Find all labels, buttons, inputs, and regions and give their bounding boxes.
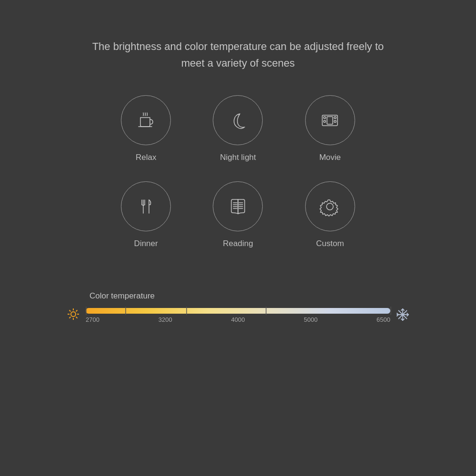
temperature-label: Color temperature (89, 291, 409, 301)
dinner-circle (121, 181, 171, 231)
relax-label: Relax (136, 153, 156, 162)
tick-2700: 2700 (86, 316, 99, 323)
svg-line-26 (76, 317, 78, 318)
movie-label: Movie (319, 153, 341, 162)
temperature-bar-container: 2700 3200 4000 5000 6500 (86, 308, 390, 323)
movie-circle (305, 95, 355, 145)
utensils-icon (134, 194, 159, 219)
svg-rect-2 (324, 117, 326, 119)
gear-icon (317, 194, 342, 219)
title-text: The brightness and color temperature can… (92, 38, 384, 71)
temperature-gradient-bar (86, 308, 390, 314)
icon-item-movie[interactable]: Movie (284, 95, 376, 162)
temperature-bar-row: 2700 3200 4000 5000 6500 (67, 307, 409, 324)
film-icon (317, 108, 342, 133)
coffee-icon (134, 108, 159, 133)
snow-icon (396, 308, 409, 323)
moon-icon (226, 108, 250, 133)
icon-item-dinner[interactable]: Dinner (100, 181, 192, 248)
night-light-circle (213, 95, 263, 145)
tick-labels-row: 2700 3200 4000 5000 6500 (86, 315, 390, 323)
tick-5000: 5000 (304, 316, 317, 323)
icon-item-night-light[interactable]: Night light (192, 95, 284, 162)
book-icon (226, 194, 250, 219)
svg-line-25 (69, 310, 71, 312)
dinner-label: Dinner (134, 239, 158, 248)
icon-item-reading[interactable]: Reading (192, 181, 284, 248)
reading-label: Reading (223, 239, 253, 248)
icon-item-relax[interactable]: Relax (100, 95, 192, 162)
sun-icon (67, 307, 80, 324)
svg-rect-6 (327, 117, 333, 124)
icons-grid: Relax Night light Movie (100, 95, 376, 248)
svg-point-19 (327, 203, 333, 210)
custom-circle (305, 181, 355, 231)
tick-4000: 4000 (231, 316, 245, 323)
tick-6500: 6500 (377, 316, 390, 323)
custom-label: Custom (316, 239, 344, 248)
svg-point-20 (71, 312, 76, 317)
svg-rect-4 (334, 117, 336, 119)
night-light-label: Night light (220, 153, 256, 162)
icon-item-custom[interactable]: Custom (284, 181, 376, 248)
reading-circle (213, 181, 263, 231)
svg-line-27 (76, 310, 78, 312)
svg-rect-3 (324, 120, 326, 122)
tick-3200: 3200 (159, 316, 172, 323)
relax-circle (121, 95, 171, 145)
svg-line-28 (69, 317, 71, 318)
svg-rect-5 (334, 120, 336, 122)
title-section: The brightness and color temperature can… (45, 38, 432, 71)
temperature-section: Color temperature (67, 291, 409, 324)
